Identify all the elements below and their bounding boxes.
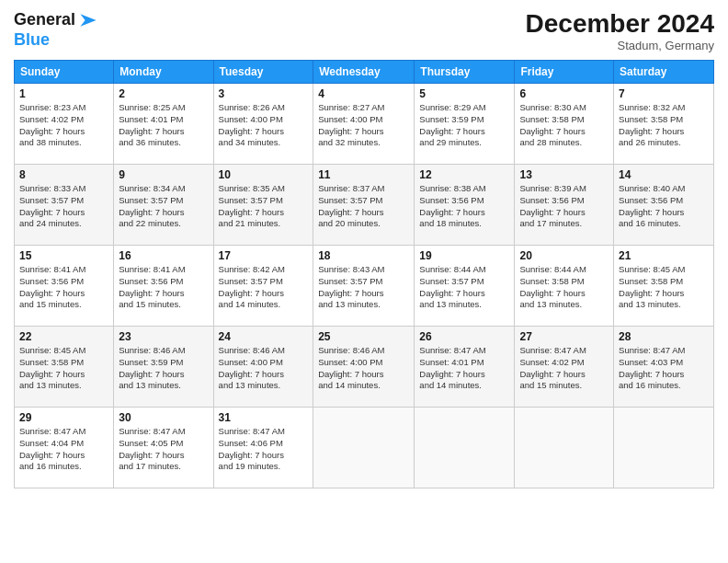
day-number: 16 [119,249,208,262]
day-number: 19 [419,249,509,262]
day-number: 9 [119,168,208,181]
table-row [515,408,614,488]
page: General Blue December 2024 Stadum, Germa… [0,0,728,563]
day-number: 23 [119,330,208,343]
day-info: Sunrise: 8:46 AM Sunset: 3:59 PM Dayligh… [119,345,208,392]
day-info: Sunrise: 8:47 AM Sunset: 4:03 PM Dayligh… [619,345,709,392]
day-number: 20 [519,249,609,262]
table-row: 28Sunrise: 8:47 AM Sunset: 4:03 PM Dayli… [614,327,714,408]
day-info: Sunrise: 8:41 AM Sunset: 3:56 PM Dayligh… [119,264,208,311]
table-row: 11Sunrise: 8:37 AM Sunset: 3:57 PM Dayli… [313,165,415,246]
day-info: Sunrise: 8:40 AM Sunset: 3:56 PM Dayligh… [619,183,709,230]
table-row: 26Sunrise: 8:47 AM Sunset: 4:01 PM Dayli… [415,327,515,408]
table-row: 7Sunrise: 8:32 AM Sunset: 3:58 PM Daylig… [614,84,714,165]
day-info: Sunrise: 8:45 AM Sunset: 3:58 PM Dayligh… [619,264,709,311]
table-row: 2Sunrise: 8:25 AM Sunset: 4:01 PM Daylig… [114,84,213,165]
day-info: Sunrise: 8:26 AM Sunset: 4:00 PM Dayligh… [219,102,309,149]
calendar-week-row: 8Sunrise: 8:33 AM Sunset: 3:57 PM Daylig… [15,165,714,246]
day-info: Sunrise: 8:25 AM Sunset: 4:01 PM Dayligh… [119,102,208,149]
table-row: 19Sunrise: 8:44 AM Sunset: 3:57 PM Dayli… [415,246,515,327]
day-info: Sunrise: 8:27 AM Sunset: 4:00 PM Dayligh… [318,102,409,149]
day-info: Sunrise: 8:30 AM Sunset: 3:58 PM Dayligh… [519,102,609,149]
day-number: 28 [619,330,709,343]
table-row: 22Sunrise: 8:45 AM Sunset: 3:58 PM Dayli… [15,327,114,408]
table-row: 18Sunrise: 8:43 AM Sunset: 3:57 PM Dayli… [313,246,415,327]
logo-arrow-icon [77,9,99,31]
day-number: 27 [519,330,609,343]
col-sunday: Sunday [15,61,114,84]
day-number: 7 [619,87,709,100]
day-number: 6 [519,87,609,100]
day-number: 5 [419,87,509,100]
col-friday: Friday [515,61,614,84]
table-row: 10Sunrise: 8:35 AM Sunset: 3:57 PM Dayli… [213,165,313,246]
table-row: 30Sunrise: 8:47 AM Sunset: 4:05 PM Dayli… [114,408,213,488]
title-block: December 2024 Stadum, Germany [526,9,714,52]
location: Stadum, Germany [526,39,714,52]
table-row: 3Sunrise: 8:26 AM Sunset: 4:00 PM Daylig… [213,84,313,165]
day-number: 26 [419,330,509,343]
logo: General Blue [14,9,99,50]
table-row: 31Sunrise: 8:47 AM Sunset: 4:06 PM Dayli… [213,408,313,488]
day-info: Sunrise: 8:33 AM Sunset: 3:57 PM Dayligh… [19,183,108,230]
day-number: 8 [19,168,108,181]
table-row: 12Sunrise: 8:38 AM Sunset: 3:56 PM Dayli… [415,165,515,246]
col-tuesday: Tuesday [213,61,313,84]
table-row: 13Sunrise: 8:39 AM Sunset: 3:56 PM Dayli… [515,165,614,246]
day-number: 18 [318,249,409,262]
logo-blue-text: Blue [14,30,50,49]
day-number: 4 [318,87,409,100]
day-info: Sunrise: 8:47 AM Sunset: 4:06 PM Dayligh… [219,426,309,473]
col-thursday: Thursday [415,61,515,84]
calendar-week-row: 1Sunrise: 8:23 AM Sunset: 4:02 PM Daylig… [15,84,714,165]
day-info: Sunrise: 8:29 AM Sunset: 3:59 PM Dayligh… [419,102,509,149]
day-info: Sunrise: 8:23 AM Sunset: 4:02 PM Dayligh… [19,102,108,149]
day-number: 14 [619,168,709,181]
calendar-week-row: 15Sunrise: 8:41 AM Sunset: 3:56 PM Dayli… [15,246,714,327]
day-info: Sunrise: 8:45 AM Sunset: 3:58 PM Dayligh… [19,345,108,392]
table-row: 15Sunrise: 8:41 AM Sunset: 3:56 PM Dayli… [15,246,114,327]
table-row: 20Sunrise: 8:44 AM Sunset: 3:58 PM Dayli… [515,246,614,327]
table-row: 9Sunrise: 8:34 AM Sunset: 3:57 PM Daylig… [114,165,213,246]
calendar-week-row: 22Sunrise: 8:45 AM Sunset: 3:58 PM Dayli… [15,327,714,408]
day-info: Sunrise: 8:35 AM Sunset: 3:57 PM Dayligh… [219,183,309,230]
table-row: 16Sunrise: 8:41 AM Sunset: 3:56 PM Dayli… [114,246,213,327]
day-number: 12 [419,168,509,181]
day-number: 24 [219,330,309,343]
day-number: 30 [119,411,208,424]
calendar-table: Sunday Monday Tuesday Wednesday Thursday… [14,60,714,488]
table-row: 1Sunrise: 8:23 AM Sunset: 4:02 PM Daylig… [15,84,114,165]
table-row: 23Sunrise: 8:46 AM Sunset: 3:59 PM Dayli… [114,327,213,408]
table-row [415,408,515,488]
day-number: 17 [219,249,309,262]
day-number: 2 [119,87,208,100]
day-number: 22 [19,330,108,343]
calendar-header-row: Sunday Monday Tuesday Wednesday Thursday… [15,61,714,84]
table-row: 29Sunrise: 8:47 AM Sunset: 4:04 PM Dayli… [15,408,114,488]
day-info: Sunrise: 8:42 AM Sunset: 3:57 PM Dayligh… [219,264,309,311]
table-row [614,408,714,488]
day-number: 10 [219,168,309,181]
table-row: 17Sunrise: 8:42 AM Sunset: 3:57 PM Dayli… [213,246,313,327]
day-info: Sunrise: 8:44 AM Sunset: 3:58 PM Dayligh… [519,264,609,311]
calendar-week-row: 29Sunrise: 8:47 AM Sunset: 4:04 PM Dayli… [15,408,714,488]
day-number: 1 [19,87,108,100]
day-number: 13 [519,168,609,181]
day-number: 31 [219,411,309,424]
day-info: Sunrise: 8:43 AM Sunset: 3:57 PM Dayligh… [318,264,409,311]
table-row: 8Sunrise: 8:33 AM Sunset: 3:57 PM Daylig… [15,165,114,246]
table-row: 5Sunrise: 8:29 AM Sunset: 3:59 PM Daylig… [415,84,515,165]
day-info: Sunrise: 8:34 AM Sunset: 3:57 PM Dayligh… [119,183,208,230]
logo-text: General [14,11,75,29]
col-wednesday: Wednesday [313,61,415,84]
day-info: Sunrise: 8:47 AM Sunset: 4:01 PM Dayligh… [419,345,509,392]
table-row: 6Sunrise: 8:30 AM Sunset: 3:58 PM Daylig… [515,84,614,165]
day-info: Sunrise: 8:41 AM Sunset: 3:56 PM Dayligh… [19,264,108,311]
day-number: 25 [318,330,409,343]
day-info: Sunrise: 8:32 AM Sunset: 3:58 PM Dayligh… [619,102,709,149]
day-info: Sunrise: 8:39 AM Sunset: 3:56 PM Dayligh… [519,183,609,230]
day-info: Sunrise: 8:44 AM Sunset: 3:57 PM Dayligh… [419,264,509,311]
table-row: 27Sunrise: 8:47 AM Sunset: 4:02 PM Dayli… [515,327,614,408]
col-saturday: Saturday [614,61,714,84]
day-info: Sunrise: 8:47 AM Sunset: 4:04 PM Dayligh… [19,426,108,473]
